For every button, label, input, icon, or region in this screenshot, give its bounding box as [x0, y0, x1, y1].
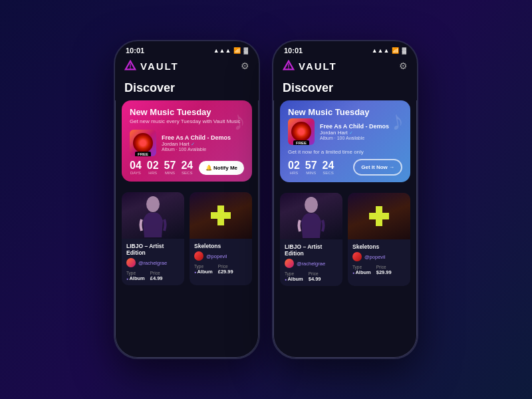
libjo-artwork-left: [122, 192, 184, 239]
free-badge-right: FREE: [293, 140, 309, 145]
card-artist-libjo-right: @rachelgrae: [285, 259, 338, 268]
gear-icon-left[interactable]: ⚙: [241, 61, 249, 71]
artist-avatar-libjo-right: [285, 259, 294, 268]
album-info-left: Free As A Child - Demos Jordan Hart ✓ Al…: [162, 134, 244, 152]
type-group-libjo-left: Type Album: [126, 271, 145, 281]
notify-button-left[interactable]: 🔔 Notify Me: [199, 161, 244, 175]
person-svg-left: [136, 194, 170, 237]
type-group-skeletons-left: Type Album: [194, 264, 213, 275]
logo-right: VAULT: [283, 60, 337, 72]
card-info-skeletons-right: Skeletons @popevil Type Album Price $29.…: [348, 239, 410, 279]
verified-icon-left: ✓: [191, 142, 195, 147]
wifi-icon-right: 📶: [392, 47, 399, 54]
card-title-skeletons-right: Skeletons: [352, 243, 406, 250]
type-group-libjo-right: Type Album: [285, 271, 303, 282]
artist-handle-skeletons-right: @popevil: [364, 254, 385, 260]
card-details-skeletons-left: Type Album Price £29.99: [194, 264, 247, 275]
artist-handle-libjo-right: @rachelgrae: [297, 261, 325, 267]
cards-grid-left: LIBJO – Artist Edition @rachelgrae Type …: [115, 187, 259, 291]
countdown-numbers-left: 04 DAYS 02 HRS 57 MINS 24 SECS: [130, 160, 193, 175]
logo-text-left: VAULT: [140, 61, 179, 72]
artist-handle-libjo-left: @rachelgrae: [138, 260, 167, 266]
free-badge-left: FREE: [135, 152, 151, 156]
status-time-right: 10:01: [284, 47, 303, 55]
artist-avatar-skeletons-left: [194, 251, 203, 261]
hero-album-row-left: FREE Free As A Child - Demos Jordan Hart…: [130, 130, 244, 156]
card-skeletons-right[interactable]: Skeletons @popevil Type Album Price $29.…: [348, 193, 410, 286]
phone-right: 10:01 ▲▲▲ 📶 ▓ VAULT ⚙ Discover New: [272, 40, 418, 359]
svg-point-2: [130, 68, 131, 69]
countdown-numbers-right: 02 HRS 57 MINS 24 SECS: [288, 160, 334, 175]
hero-title-left: New Music Tuesday: [130, 107, 244, 117]
countdown-hours-right: 02 HRS: [288, 160, 300, 175]
album-art-right: [291, 122, 311, 142]
status-time-left: 10:01: [126, 47, 144, 55]
album-thumb-right: FREE: [288, 118, 315, 145]
countdown-right: 02 HRS 57 MINS 24 SECS Get It Now →: [288, 159, 402, 176]
countdown-mins: 57 MINS: [164, 160, 176, 175]
price-group-skeletons-left: Price £29.99: [218, 264, 233, 275]
price-group-libjo-right: Price $4.99: [309, 271, 321, 282]
card-image-skeletons-left: [190, 192, 252, 239]
card-libjo-left[interactable]: LIBJO – Artist Edition @rachelgrae Type …: [122, 192, 184, 285]
phone-left: 10:01 ▲▲▲ 📶 ▓ VAULT ⚙ Discover New: [114, 40, 260, 359]
card-image-skeletons-right: [348, 193, 410, 239]
card-title-libjo-right: LIBJO – Artist Edition: [285, 243, 338, 257]
card-info-skeletons-left: Skeletons @popevil Type Album Price £29.…: [190, 239, 252, 279]
hero-banner-right: New Music Tuesday FREE Free As A Child -…: [280, 100, 410, 182]
logo-left: VAULT: [124, 60, 179, 72]
artist-name-right: Jordan Hart: [320, 130, 348, 136]
cards-grid-right: LIBJO – Artist Edition @rachelgrae Type …: [273, 188, 417, 291]
album-artist-right: Jordan Hart ✓: [320, 130, 402, 136]
countdown-mins-right: 57 MINS: [305, 160, 317, 175]
hero-banner-left: New Music Tuesday Get new music every Tu…: [122, 100, 252, 182]
album-info-right: Free As A Child - Demos Jordan Hart ✓ Al…: [320, 123, 402, 141]
verified-icon-right: ✓: [349, 130, 353, 136]
card-title-skeletons-left: Skeletons: [194, 243, 247, 249]
card-libjo-right[interactable]: LIBJO – Artist Edition @rachelgrae Type …: [280, 193, 342, 286]
svg-point-7: [305, 197, 318, 213]
signal-icon-right: ▲▲▲: [372, 47, 390, 54]
album-meta-right: Album · 100 Available: [320, 136, 402, 140]
get-now-button-right[interactable]: Get It Now →: [353, 159, 402, 176]
album-artist-left: Jordan Hart ✓: [162, 141, 244, 147]
page-title-left: Discover: [115, 77, 259, 100]
card-details-libjo-right: Type Album Price $4.99: [285, 271, 338, 282]
battery-icon-left: ▓: [243, 47, 248, 54]
status-bar-right: 10:01 ▲▲▲ 📶 ▓: [273, 41, 417, 57]
signal-icon-left: ▲▲▲: [213, 47, 231, 54]
artist-avatar-skeletons-right: [352, 252, 362, 261]
svg-point-6: [288, 68, 289, 69]
card-artist-libjo-left: @rachelgrae: [126, 258, 180, 267]
album-name-left: Free As A Child - Demos: [162, 134, 244, 142]
wifi-icon-left: 📶: [233, 47, 241, 54]
card-details-skeletons-right: Type Album Price $29.99: [352, 265, 406, 275]
countdown-secs-right: 24 SECS: [323, 160, 334, 175]
cross-icon-left: [211, 205, 231, 225]
skeletons-artwork-left: [190, 192, 252, 239]
gear-icon-right[interactable]: ⚙: [399, 61, 408, 71]
artist-name-left: Jordan Hart: [162, 141, 190, 147]
logo-text-right: VAULT: [299, 61, 337, 72]
countdown-hours: 02 HRS: [147, 160, 159, 175]
person-svg-right: [295, 195, 328, 238]
card-skeletons-left[interactable]: Skeletons @popevil Type Album Price £29.…: [190, 192, 252, 285]
cross-icon-right: [369, 206, 389, 226]
svg-point-3: [146, 196, 160, 212]
card-details-libjo-left: Type Album Price £4.99: [126, 271, 180, 281]
album-thumb-left: FREE: [130, 130, 156, 156]
countdown-days: 04 DAYS: [130, 160, 142, 175]
status-icons-left: ▲▲▲ 📶 ▓: [213, 47, 248, 54]
card-image-libjo-right: [280, 193, 342, 239]
page-title-right: Discover: [273, 77, 417, 100]
countdown-secs: 24 SECS: [181, 160, 193, 175]
card-info-libjo-left: LIBJO – Artist Edition @rachelgrae Type …: [122, 239, 184, 285]
price-group-skeletons-right: Price $29.99: [376, 265, 392, 275]
album-art-left: [133, 133, 153, 153]
libjo-artwork-right: [280, 193, 342, 239]
status-icons-right: ▲▲▲ 📶 ▓: [372, 47, 406, 54]
vault-logo-icon-left: [124, 60, 136, 72]
price-group-libjo-left: Price £4.99: [150, 271, 163, 281]
phones-container: 10:01 ▲▲▲ 📶 ▓ VAULT ⚙ Discover New: [114, 40, 418, 359]
artist-avatar-libjo-left: [126, 258, 136, 267]
